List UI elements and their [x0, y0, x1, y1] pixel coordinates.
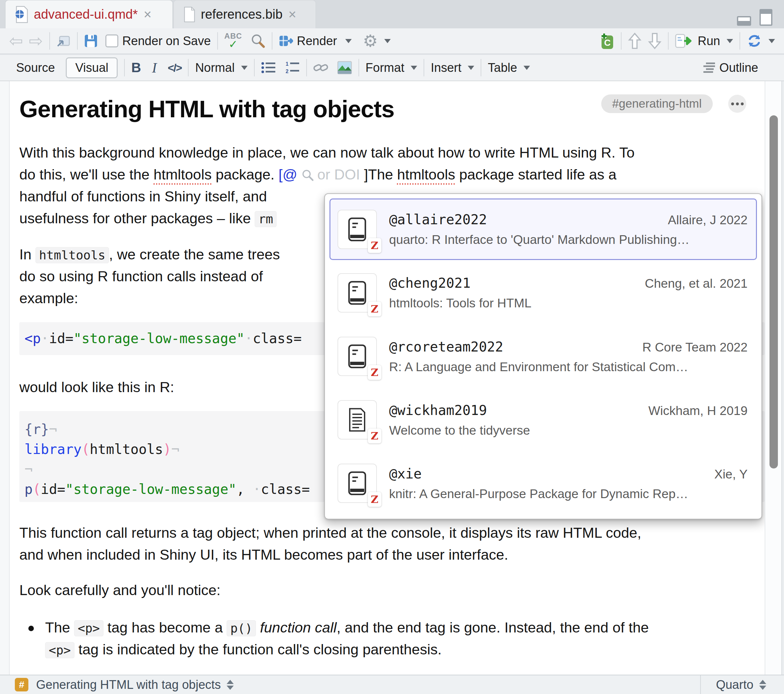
settings-button[interactable]: ⚙ — [363, 33, 391, 49]
down-arrow-icon — [648, 32, 662, 49]
spellcheck-button[interactable]: ABC ✓ — [224, 32, 242, 49]
tab-references-bib[interactable]: references.bib × — [173, 0, 316, 28]
checkbox-icon — [105, 35, 118, 48]
citation-open-bracket[interactable]: [@ — [278, 166, 297, 183]
separator — [740, 32, 740, 49]
page-title: Generating HTML with tag objects — [19, 95, 394, 123]
run-previous-chunks-button[interactable] — [628, 32, 642, 49]
insert-menu-label: Insert — [431, 61, 461, 75]
citation-entry-wickham2019[interactable]: Z @wickham2019Wickham, H 2019 Welcome to… — [329, 389, 757, 451]
numbered-list-button[interactable]: 1 2 — [285, 61, 300, 74]
insert-menu[interactable]: Insert — [431, 61, 474, 75]
italic-button[interactable]: I — [152, 59, 157, 76]
file-icon — [182, 6, 196, 23]
render-label: Render — [297, 34, 337, 48]
inline-code: htmltools — [35, 247, 109, 263]
link-button[interactable] — [313, 61, 328, 74]
citation-entry-cheng2021[interactable]: Z @cheng2021Cheng, et al. 2021 htmltools… — [329, 262, 757, 324]
save-disk-icon — [84, 34, 98, 48]
main-toolbar: ⇦ ⇨ Render on Save ABC ✓ — [0, 28, 784, 54]
citation-key: @rcoreteam2022 — [389, 339, 503, 355]
minimize-pane-icon[interactable] — [737, 16, 751, 26]
forward-button[interactable]: ⇨ — [29, 33, 43, 49]
article-icon: Z — [338, 400, 377, 439]
heading-anchor-badge: #generating-html — [601, 94, 713, 113]
current-section-label[interactable]: Generating HTML with tag objects — [36, 678, 221, 692]
editor-canvas[interactable]: Generating HTML with tag objects #genera… — [0, 81, 784, 675]
section-selector-updown-icon[interactable] — [227, 680, 234, 690]
table-menu[interactable]: Table — [488, 61, 530, 75]
rerun-source-icon — [747, 33, 762, 49]
image-icon — [337, 61, 352, 74]
paragraph-line: handful of functions in Shiny itself, an… — [19, 188, 267, 205]
book-icon: Z — [338, 210, 377, 249]
citation-title: quarto: R Interface to 'Quarto' Markdown… — [389, 233, 748, 247]
paragraph-style-dropdown[interactable]: Normal — [195, 61, 247, 75]
section-hash-icon: # — [15, 678, 28, 691]
back-arrow-icon: ⇦ — [9, 33, 23, 49]
separator — [49, 32, 50, 49]
image-button[interactable] — [337, 61, 352, 74]
source-mode-button[interactable]: Source — [13, 58, 58, 77]
list-item-line: <p> tag is indicated by the function cal… — [45, 641, 441, 658]
up-arrow-icon — [628, 32, 642, 49]
paragraph-line: This function call returns a tag object;… — [19, 525, 641, 541]
citation-entry-rcoreteam2022[interactable]: Z @rcoreteam2022R Core Team 2022 R: A La… — [329, 326, 757, 387]
close-icon[interactable]: × — [288, 8, 297, 21]
bold-button[interactable]: B — [131, 60, 141, 76]
citation-author: Cheng, et al. 2021 — [645, 276, 748, 291]
insert-chunk-icon: C — [598, 32, 614, 49]
render-dropdown-caret[interactable] — [345, 39, 352, 43]
inline-code-button[interactable]: </> — [168, 61, 181, 74]
run-button[interactable]: Run — [675, 34, 733, 48]
scrollbar-thumb[interactable] — [769, 115, 778, 469]
separator — [217, 32, 218, 49]
visual-mode-button[interactable]: Visual — [66, 58, 118, 78]
paragraph-line: usefulness for other packages – like rm — [19, 210, 277, 227]
maximize-pane-icon[interactable] — [759, 9, 772, 26]
separator — [77, 32, 78, 49]
paragraph-style-label: Normal — [195, 61, 234, 75]
zotero-icon: Z — [368, 429, 381, 443]
separator — [254, 59, 255, 76]
gear-icon: ⚙ — [363, 33, 378, 49]
insert-chunk-button[interactable]: C — [598, 32, 614, 49]
document-type-selector[interactable]: Quarto — [700, 675, 781, 694]
render-button[interactable]: Render — [279, 34, 337, 48]
citation-key: @xie — [389, 466, 422, 482]
paragraph-line: do so using R function calls instead of — [19, 268, 263, 285]
citation-author: Xie, Y — [714, 467, 748, 481]
vertical-scrollbar[interactable] — [765, 81, 782, 675]
insert-caret — [468, 66, 474, 70]
render-on-save-checkbox[interactable]: Render on Save — [105, 34, 211, 48]
misspelled-word: htmltools — [397, 166, 455, 183]
rerun-button[interactable] — [747, 33, 775, 49]
format-menu[interactable]: Format — [366, 61, 417, 75]
paragraph-line: example: — [19, 290, 78, 307]
bullet-list-button[interactable] — [261, 61, 276, 74]
paragraph-line: Look carefully and you'll notice: — [19, 582, 221, 599]
citation-entry-xie[interactable]: Z @xieXie, Y knitr: A General-Purpose Pa… — [329, 453, 757, 514]
citation-entry-allaire2022[interactable]: Z @allaire2022Allaire, J 2022 quarto: R … — [329, 199, 757, 260]
heading-options-button[interactable] — [728, 95, 746, 113]
inline-code: p() — [227, 620, 256, 636]
tab-advanced-ui-qmd[interactable]: advanced-ui.qmd* × — [5, 0, 173, 28]
visual-editor-toolbar: Source Visual B I </> Normal 1 2 — [0, 55, 784, 81]
run-next-chunk-button[interactable] — [648, 32, 662, 49]
zotero-icon: Z — [368, 302, 381, 316]
outline-toggle[interactable]: Outline — [703, 61, 758, 75]
find-button[interactable] — [250, 33, 265, 48]
back-button[interactable]: ⇦ — [9, 33, 23, 49]
citation-placeholder: or DOI — [317, 166, 360, 183]
paragraph-line: With this background knowledge in place,… — [19, 144, 634, 161]
emphasized-text: function call — [260, 619, 337, 636]
paragraph-line: would look like this in R: — [19, 379, 174, 396]
book-icon: Z — [338, 464, 377, 503]
close-icon[interactable]: × — [143, 8, 152, 21]
zotero-icon: Z — [368, 238, 381, 253]
citation-search-icon — [302, 168, 314, 185]
editor-gutter — [0, 81, 10, 675]
open-in-new-window-button[interactable] — [56, 35, 71, 48]
save-button[interactable] — [84, 34, 98, 48]
rerun-caret — [769, 39, 775, 43]
